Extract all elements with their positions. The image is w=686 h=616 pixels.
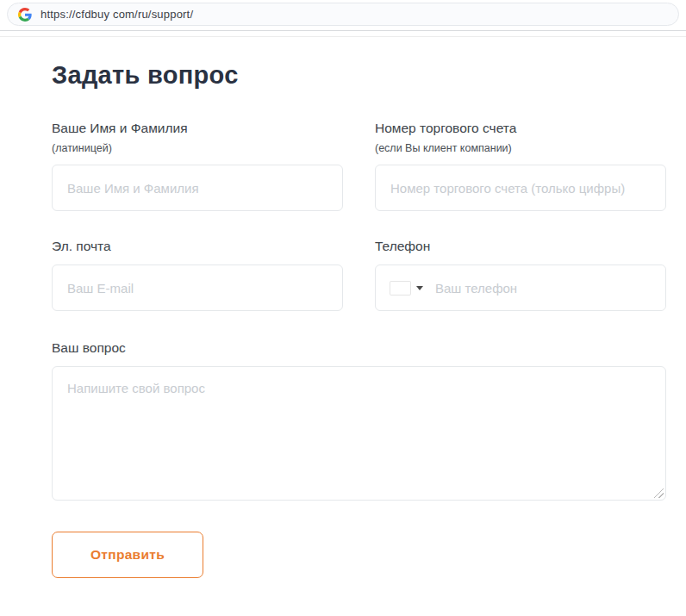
field-phone: Телефон xyxy=(375,239,666,311)
name-label: Ваше Имя и Фамилия xyxy=(52,121,343,136)
resize-handle-icon[interactable] xyxy=(654,488,664,498)
account-label: Номер торгового счета xyxy=(375,121,666,136)
address-bar[interactable]: https://cfdbuy com/ru/support/ xyxy=(7,3,679,26)
chevron-down-icon xyxy=(416,286,423,290)
field-name: Ваше Имя и Фамилия (латиницей) xyxy=(52,121,343,211)
page-title: Задать вопрос xyxy=(52,61,666,90)
field-email: Эл. почта xyxy=(52,239,343,311)
phone-field xyxy=(375,264,666,311)
form-row-1: Ваше Имя и Фамилия (латиницей) Номер тор… xyxy=(52,121,666,211)
browser-chrome: https://cfdbuy com/ru/support/ xyxy=(0,3,686,31)
name-hint: (латиницей) xyxy=(52,142,343,154)
question-textarea[interactable] xyxy=(52,366,666,501)
name-input[interactable] xyxy=(52,165,343,211)
submit-button[interactable]: Отправить xyxy=(52,532,203,578)
url-text: https://cfdbuy com/ru/support/ xyxy=(41,8,193,21)
phone-label: Телефон xyxy=(375,239,666,254)
field-account: Номер торгового счета (если Вы клиент ко… xyxy=(375,121,666,211)
divider xyxy=(0,31,686,37)
email-input[interactable] xyxy=(52,264,343,311)
field-question: Ваш вопрос xyxy=(52,340,666,501)
country-selector[interactable] xyxy=(376,265,430,310)
form-row-2: Эл. почта Телефон xyxy=(52,239,666,311)
russia-flag-icon xyxy=(390,282,410,295)
question-label: Ваш вопрос xyxy=(52,340,666,356)
phone-input[interactable] xyxy=(430,265,665,310)
google-favicon-icon xyxy=(18,8,32,22)
email-label: Эл. почта xyxy=(52,239,343,254)
account-hint: (если Вы клиент компании) xyxy=(375,142,666,154)
account-input[interactable] xyxy=(375,165,666,211)
support-page: Задать вопрос Ваше Имя и Фамилия (латини… xyxy=(0,61,686,578)
